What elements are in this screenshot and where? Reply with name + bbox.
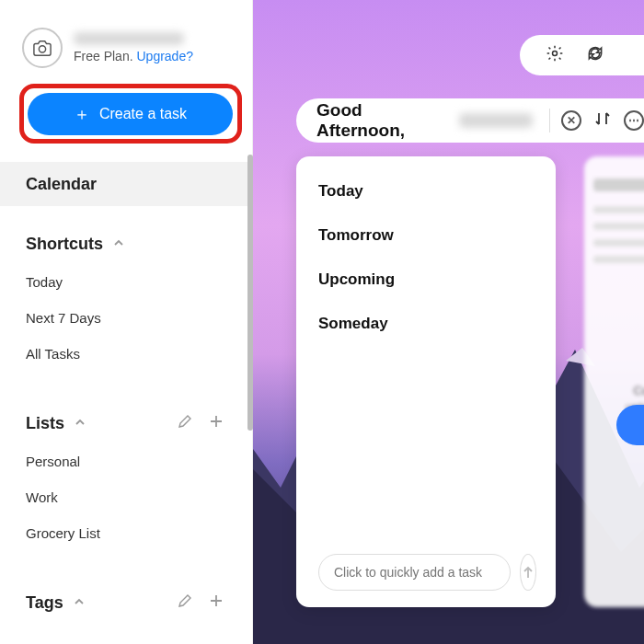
sort-icon[interactable] — [594, 110, 611, 132]
list-work[interactable]: Work — [26, 489, 224, 505]
tags-header[interactable]: Tags — [26, 593, 224, 613]
sync-icon[interactable] — [586, 44, 604, 66]
plus-icon: ＋ — [74, 103, 90, 125]
day-card: Today Tomorrow Upcoming Someday — [296, 156, 556, 607]
secondary-card-partial: Counle — [584, 156, 644, 607]
top-toolbar — [520, 35, 644, 75]
pencil-icon[interactable] — [178, 414, 192, 433]
create-task-label: Create a task — [99, 106, 187, 122]
quick-add-submit[interactable] — [520, 554, 536, 591]
section-upcoming[interactable]: Upcoming — [318, 270, 534, 289]
chevron-up-icon — [112, 235, 125, 254]
chevron-up-icon — [73, 593, 86, 613]
arrow-up-icon — [521, 565, 535, 580]
gear-icon[interactable] — [546, 44, 564, 66]
shortcut-alltasks[interactable]: All Tasks — [26, 346, 224, 362]
shortcuts-section: Shortcuts Today Next 7 Days All Tasks — [26, 235, 224, 362]
plan-label: Free Plan. Upgrade? — [74, 49, 193, 63]
list-personal[interactable]: Personal — [26, 454, 224, 469]
profile-name-redacted — [74, 32, 184, 45]
svg-point-1 — [553, 52, 558, 56]
lists-section: Lists Personal Work Grocery List — [26, 414, 224, 541]
main-panel: Good Afternoon, ✕ ⋯ Today Tomorrow Upcom… — [253, 0, 644, 644]
quick-add-input[interactable] — [318, 554, 511, 591]
shortcuts-header[interactable]: Shortcuts — [26, 235, 224, 254]
section-someday[interactable]: Someday — [318, 315, 534, 333]
profile-row: Free Plan. Upgrade? — [0, 0, 252, 81]
chevron-up-icon — [74, 414, 86, 433]
pencil-icon[interactable] — [178, 593, 192, 613]
avatar-upload-button[interactable] — [22, 28, 63, 68]
upgrade-link[interactable]: Upgrade? — [136, 49, 193, 63]
tags-section: Tags — [26, 593, 224, 613]
lists-header[interactable]: Lists — [26, 414, 224, 433]
greeting-name-redacted — [459, 113, 533, 128]
create-task-button[interactable]: ＋ Create a task — [28, 93, 233, 135]
shortcut-next7days[interactable]: Next 7 Days — [26, 310, 224, 326]
svg-point-0 — [39, 46, 45, 52]
plus-icon[interactable] — [209, 593, 224, 613]
greeting-bar: Good Afternoon, ✕ ⋯ — [296, 98, 644, 143]
divider — [549, 109, 550, 132]
section-tomorrow[interactable]: Tomorrow — [318, 226, 534, 245]
camera-icon — [32, 39, 52, 57]
more-icon[interactable]: ⋯ — [624, 110, 644, 131]
calendar-label: Calendar — [26, 175, 97, 194]
list-grocery[interactable]: Grocery List — [26, 525, 224, 541]
plus-icon[interactable] — [209, 414, 224, 433]
shortcuts-title: Shortcuts — [26, 235, 103, 254]
clear-icon[interactable]: ✕ — [561, 110, 581, 131]
lists-title: Lists — [26, 414, 64, 433]
section-today[interactable]: Today — [318, 182, 534, 201]
greeting-text: Good Afternoon, — [316, 100, 454, 141]
tags-title: Tags — [26, 593, 63, 613]
calendar-nav[interactable]: Calendar — [0, 162, 247, 206]
shortcut-today[interactable]: Today — [26, 274, 224, 290]
sidebar: Free Plan. Upgrade? ＋ Create a task Cale… — [0, 0, 253, 644]
